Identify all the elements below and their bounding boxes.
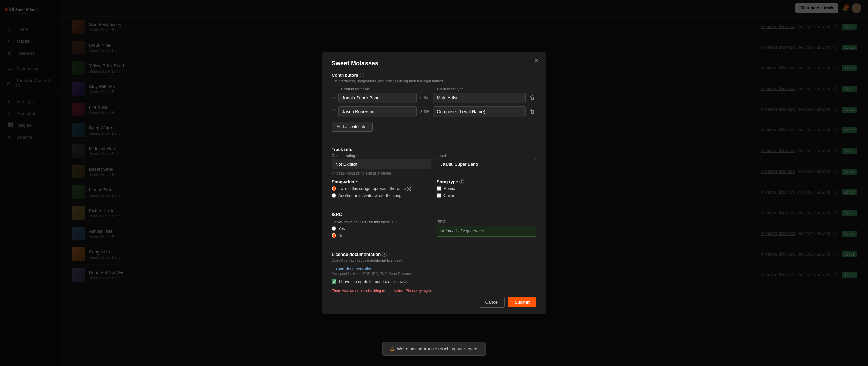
song-type-checkbox-group: Remix Cover xyxy=(437,186,536,198)
rights-label: I have the rights to monetize this track xyxy=(339,279,408,284)
monetize-modal: ✕ Sweet Molasses Contributors i List pro… xyxy=(322,52,546,314)
license-divider xyxy=(332,247,536,247)
toast-notification: ⚠ We're having trouble reaching our serv… xyxy=(382,342,486,356)
isrc-option-yes[interactable]: Yes xyxy=(332,226,431,231)
songwriter-required: * xyxy=(356,179,358,184)
contributor-type-select-1[interactable]: Main Artist Featuring Artist Composer (L… xyxy=(433,93,526,103)
contributor-name-input-1[interactable] xyxy=(338,93,417,103)
contributor-name-header: Contributor name xyxy=(341,87,415,91)
content-rating-group: Content rating * Not Explicit Explicit C… xyxy=(332,154,431,175)
modal-title: Sweet Molasses xyxy=(332,60,536,67)
isrc-fields: Do you have an ISRC for this track? i Ye… xyxy=(332,220,536,242)
label-group: Label xyxy=(437,154,536,175)
license-description: Does this track require additional licen… xyxy=(332,258,536,262)
songwriter-radio-wrote[interactable] xyxy=(332,186,336,191)
file-types-note: (Accepted file types: PDF, JPG, PNG, Wor… xyxy=(332,272,536,276)
songwriter-songtype-fields: Songwriter * I wrote this song/I represe… xyxy=(332,179,536,202)
content-rating-note: This track contains no explicit language… xyxy=(332,171,431,175)
contributor-headers: Contributor name Contributor type xyxy=(332,87,536,91)
isrc-radio-group: Yes No xyxy=(332,226,431,238)
delete-contributor-button-2[interactable]: 🗑 xyxy=(528,108,536,115)
submit-button[interactable]: Submit xyxy=(508,297,536,307)
label-input[interactable] xyxy=(437,159,536,169)
upload-documentation-link[interactable]: Upload documentation xyxy=(332,267,372,271)
toast-icon: ⚠ xyxy=(390,346,394,352)
label-field-label: Label xyxy=(437,154,536,158)
drag-handle-2[interactable]: ⠿ xyxy=(332,108,336,115)
contributor-row-1: ⠿ Is the: Main Artist Featuring Artist C… xyxy=(332,93,536,103)
song-type-group: Song type i Remix Cover xyxy=(437,179,536,202)
song-type-remix-checkbox[interactable] xyxy=(437,186,441,191)
modal-close-button[interactable]: ✕ xyxy=(534,57,539,63)
contributor-type-header: Contributor type xyxy=(437,87,526,91)
contributors-info-icon[interactable]: i xyxy=(360,73,364,77)
isrc-display: Automatically generated xyxy=(437,226,536,237)
is-the-label-1: Is the: xyxy=(419,95,431,100)
song-type-remix[interactable]: Remix xyxy=(437,186,536,191)
drag-handle-1[interactable]: ⠿ xyxy=(332,95,336,101)
isrc-question-group: Do you have an ISRC for this track? i Ye… xyxy=(332,220,431,242)
isrc-value-label: ISRC xyxy=(437,220,536,224)
license-section-title: License documentation i xyxy=(332,252,536,257)
add-contributor-button[interactable]: Add a contributor xyxy=(332,122,373,132)
contributor-type-select-2[interactable]: Main Artist Featuring Artist Composer (L… xyxy=(433,106,526,117)
cancel-button[interactable]: Cancel xyxy=(479,297,504,308)
songwriter-option-another[interactable]: Another artist/writer wrote the song xyxy=(332,193,431,198)
song-type-info-icon[interactable]: i xyxy=(459,179,464,184)
delete-contributor-button-1[interactable]: 🗑 xyxy=(528,95,536,101)
rights-row: I have the rights to monetize this track xyxy=(332,279,536,284)
content-rating-label: Content rating * xyxy=(332,154,431,158)
songwriter-section-title: Songwriter * xyxy=(332,179,431,184)
toast-message: We're having trouble reaching our server… xyxy=(397,346,479,351)
song-type-section-title: Song type i xyxy=(437,179,536,184)
isrc-value-group: ISRC Automatically generated xyxy=(437,220,536,242)
error-message: There was an error submitting monetizati… xyxy=(332,289,536,293)
required-marker: * xyxy=(356,154,358,158)
isrc-divider xyxy=(332,207,536,207)
content-rating-select[interactable]: Not Explicit Explicit Clean xyxy=(332,159,431,169)
is-the-label-2: Is the: xyxy=(419,109,431,114)
songwriter-radio-group: I wrote this song/I represent the writer… xyxy=(332,186,431,198)
contributor-row-2: ⠿ Is the: Main Artist Featuring Artist C… xyxy=(332,106,536,117)
songwriter-group: Songwriter * I wrote this song/I represe… xyxy=(332,179,431,202)
isrc-radio-no[interactable] xyxy=(332,233,336,238)
isrc-section-title: ISRC xyxy=(332,212,536,217)
track-info-section-title: Track info xyxy=(332,147,536,152)
isrc-radio-yes[interactable] xyxy=(332,226,336,231)
contributors-section-title: Contributors i xyxy=(332,73,536,78)
isrc-question-label: Do you have an ISRC for this track? i xyxy=(332,220,431,224)
license-info-icon[interactable]: i xyxy=(382,252,387,257)
modal-footer: Cancel Submit xyxy=(332,293,536,308)
songwriter-option-wrote[interactable]: I wrote this song/I represent the writer… xyxy=(332,186,431,191)
contributors-description: List producers, songwriters, and artist(… xyxy=(332,79,536,83)
track-info-fields: Content rating * Not Explicit Explicit C… xyxy=(332,154,536,175)
isrc-option-no[interactable]: No xyxy=(332,233,431,238)
license-upload-group: Upload documentation (Accepted file type… xyxy=(332,266,536,276)
track-info-divider xyxy=(332,142,536,142)
rights-checkbox[interactable] xyxy=(332,279,336,284)
songwriter-radio-another[interactable] xyxy=(332,193,336,198)
contributor-name-input-2[interactable] xyxy=(338,106,417,117)
modal-overlay[interactable]: ✕ Sweet Molasses Contributors i List pro… xyxy=(0,0,868,366)
isrc-info-icon[interactable]: i xyxy=(392,220,397,224)
song-type-cover-checkbox[interactable] xyxy=(437,193,441,198)
song-type-cover[interactable]: Cover xyxy=(437,193,536,198)
